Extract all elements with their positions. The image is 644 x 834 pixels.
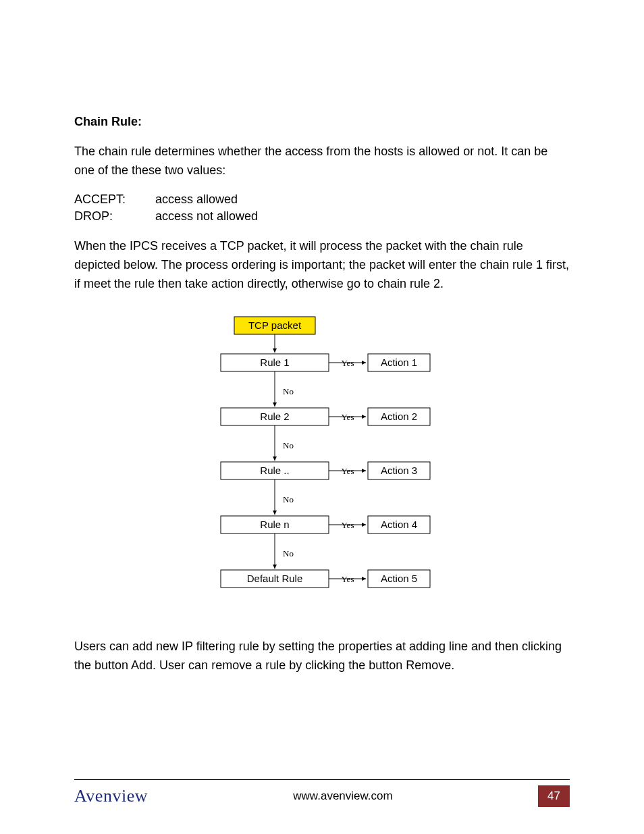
flowchart-diagram: TCP packet Rule 1 Yes Action 1 No Rule 2… <box>207 313 437 624</box>
section-heading: Chain Rule: <box>74 115 570 129</box>
definition-list: ACCEPT: access allowed DROP: access not … <box>74 192 570 224</box>
flowchart-start: TCP packet <box>248 319 302 331</box>
action-label: Action 3 <box>381 465 417 476</box>
paragraph-process: When the IPCS receives a TCP packet, it … <box>74 237 570 294</box>
def-term-accept: ACCEPT: <box>74 192 155 207</box>
paragraph-add-remove: Users can add new IP filtering rule by s… <box>74 637 570 675</box>
footer-url: www.avenview.com <box>148 789 538 803</box>
yes-label: Yes <box>342 412 354 422</box>
no-label: No <box>283 548 294 558</box>
rule-label: Rule 2 <box>260 411 289 422</box>
flowchart-row-1: Rule 1 Yes Action 1 No <box>221 354 430 407</box>
flowchart-row-2: Rule 2 Yes Action 2 No <box>221 408 430 461</box>
brand-logo: Avenview <box>74 786 148 806</box>
def-term-drop: DROP: <box>74 209 155 224</box>
def-desc-drop: access not allowed <box>155 209 570 224</box>
flowchart-row-4: Rule n Yes Action 4 No <box>221 516 430 569</box>
footer-divider <box>74 779 570 780</box>
yes-label: Yes <box>342 574 354 584</box>
rule-label: Default Rule <box>247 573 303 584</box>
def-desc-accept: access allowed <box>155 192 570 207</box>
document-page: Chain Rule: The chain rule determines wh… <box>0 0 644 834</box>
action-label: Action 5 <box>381 573 417 584</box>
rule-label: Rule n <box>260 519 289 530</box>
no-label: No <box>283 494 294 504</box>
action-label: Action 4 <box>381 519 417 530</box>
yes-label: Yes <box>342 466 354 476</box>
paragraph-intro: The chain rule determines whether the ac… <box>74 142 570 180</box>
rule-label: Rule 1 <box>260 357 289 368</box>
yes-label: Yes <box>342 358 354 368</box>
flowchart-row-3: Rule .. Yes Action 3 No <box>221 462 430 515</box>
action-label: Action 2 <box>381 411 417 422</box>
action-label: Action 1 <box>381 357 417 368</box>
yes-label: Yes <box>342 520 354 530</box>
flowchart-row-5: Default Rule Yes Action 5 <box>221 570 430 588</box>
rule-label: Rule .. <box>260 465 289 476</box>
page-footer: Avenview www.avenview.com 47 <box>74 779 570 807</box>
no-label: No <box>283 440 294 450</box>
no-label: No <box>283 386 294 396</box>
page-number: 47 <box>538 785 570 807</box>
